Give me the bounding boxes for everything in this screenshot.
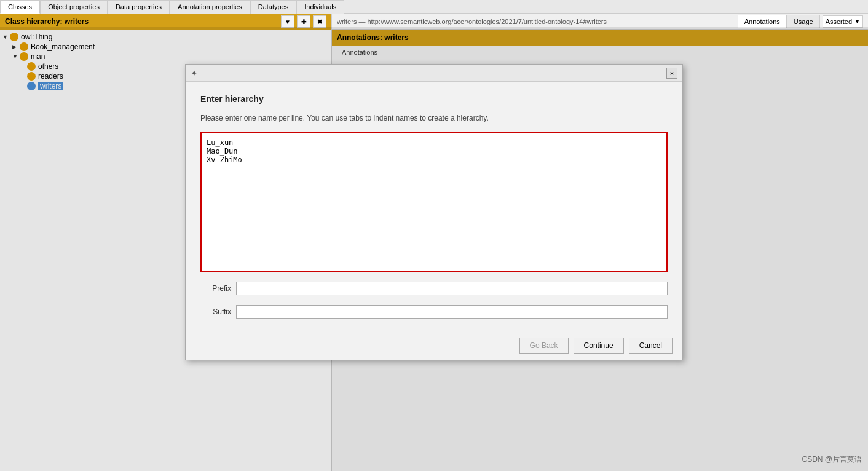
dialog-overlay: ✦ × Enter hierarchy Please enter one nam… [0,27,868,471]
suffix-row: Suffix [200,305,668,319]
continue-button[interactable]: Continue [574,338,624,354]
dialog-description: Please enter one name per line. You can … [200,114,668,122]
asserted-dropdown[interactable]: Asserted ▼ [823,15,863,28]
tab-annotation-properties[interactable]: Annotation properties [170,0,250,14]
dialog-close-button[interactable]: × [666,68,677,79]
class-hierarchy-title: Class hierarchy: writers [5,17,89,26]
go-back-button[interactable]: Go Back [519,338,569,354]
main-tab-bar: Classes Object properties Data propertie… [0,0,868,14]
enter-hierarchy-dialog: ✦ × Enter hierarchy Please enter one nam… [185,64,683,360]
prefix-input[interactable] [236,282,668,295]
tab-data-properties[interactable]: Data properties [108,0,170,14]
dialog-body: Enter hierarchy Please enter one name pe… [186,82,682,331]
dialog-footer: Go Back Continue Cancel [186,331,682,360]
tab-classes[interactable]: Classes [0,0,40,14]
dialog-heading: Enter hierarchy [200,94,668,104]
suffix-input[interactable] [236,305,668,319]
tab-object-properties[interactable]: Object properties [40,0,108,14]
add-class-btn[interactable]: ✚ [297,15,310,28]
delete-class-btn[interactable]: ✖ [313,15,326,28]
hierarchy-input-wrapper: Lu_xun Mao_Dun Xv_ZhiMo [200,132,668,272]
suffix-label: Suffix [200,307,231,316]
dropdown-arrow-icon: ▼ [854,18,860,25]
view-options-btn[interactable]: ▼ [281,15,294,28]
dialog-titlebar: ✦ × [186,65,682,82]
tab-annotations[interactable]: Annotations [738,15,787,28]
watermark: CSDN @片言莫语 [802,454,862,465]
class-path-text: writers — http://www.semanticweb.org/ace… [337,18,607,25]
right-tab-group: Annotations Usage [738,15,820,28]
prefix-row: Prefix [200,282,668,295]
tab-individuals[interactable]: Individuals [296,0,344,14]
tab-usage[interactable]: Usage [787,15,820,28]
prefix-label: Prefix [200,284,231,293]
tab-datatypes[interactable]: Datatypes [250,0,297,14]
dialog-title-icon: ✦ [191,68,198,78]
hierarchy-textarea[interactable]: Lu_xun Mao_Dun Xv_ZhiMo [202,133,666,269]
cancel-button[interactable]: Cancel [629,338,673,354]
